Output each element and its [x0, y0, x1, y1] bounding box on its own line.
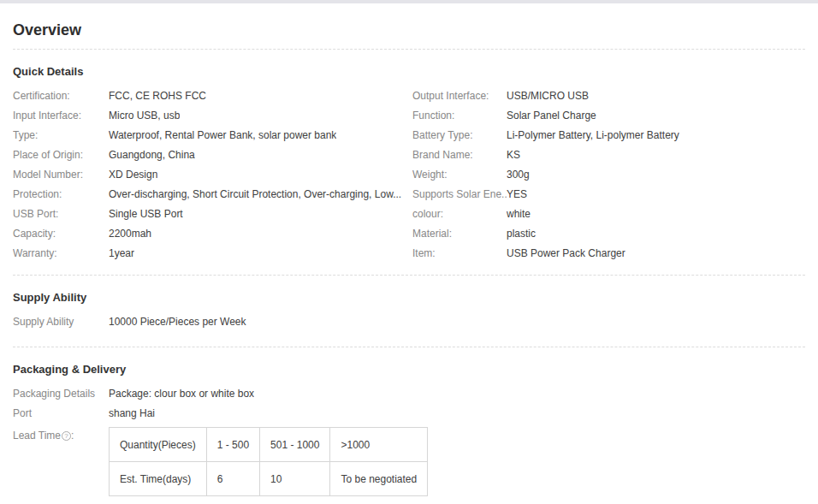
detail-label: Capacity:	[13, 228, 109, 240]
detail-row: Brand Name: KS	[412, 145, 805, 164]
detail-row: Type: Waterproof, Rental Power Bank, sol…	[13, 125, 409, 145]
quick-details-heading: Quick Details	[13, 65, 805, 79]
top-divider-strip	[0, 0, 818, 3]
supply-ability-heading: Supply Ability	[13, 291, 805, 305]
detail-label: Place of Origin:	[13, 149, 109, 161]
detail-value: 300g	[507, 169, 530, 181]
detail-value: plastic	[507, 228, 536, 240]
detail-row: Battery Type: Li-Polymer Battery, Li-pol…	[412, 125, 805, 145]
detail-label: Type:	[13, 129, 109, 141]
lead-time-row: Lead Time?: Quantity(Pieces) 1 - 500 501…	[13, 427, 805, 496]
detail-row: Place of Origin: Guangdong, China	[13, 145, 409, 164]
detail-row: Input Interface: Micro USB, usb	[13, 105, 409, 125]
detail-value: Guangdong, China	[109, 149, 195, 161]
detail-value: Package: clour box or white box	[109, 388, 254, 400]
detail-value: Solar Panel Charge	[507, 110, 596, 122]
table-cell: 1 - 500	[206, 428, 259, 462]
detail-label: Warranty:	[13, 247, 109, 259]
detail-label: colour:	[412, 208, 507, 220]
detail-row: Supply Ability 10000 Piece/Pieces per We…	[13, 311, 805, 331]
detail-value: Over-discharging, Short Circuit Protecti…	[109, 188, 401, 200]
product-overview-panel: Overview Quick Details Certification: FC…	[0, 20, 818, 504]
detail-label: Function:	[412, 110, 507, 122]
detail-label: Certification:	[13, 90, 109, 102]
detail-row: Packaging Details Package: clour box or …	[13, 383, 805, 403]
detail-label: Brand Name:	[412, 149, 507, 161]
detail-label: Supports Solar Ene...	[412, 188, 507, 200]
detail-row: Capacity: 2200mah	[13, 223, 409, 243]
quick-details-left-column: Certification: FCC, CE ROHS FCC Input In…	[13, 86, 409, 263]
detail-label: Item:	[412, 247, 507, 259]
table-cell: >1000	[330, 428, 428, 462]
table-cell: Est. Time(days)	[110, 462, 207, 496]
quick-details-grid: Certification: FCC, CE ROHS FCC Input In…	[13, 86, 805, 263]
detail-value: XD Design	[109, 169, 157, 181]
detail-value: Li-Polymer Battery, Li-polymer Battery	[507, 129, 679, 141]
help-icon[interactable]: ?	[62, 431, 71, 441]
detail-row: colour: white	[412, 204, 805, 223]
table-cell: Quantity(Pieces)	[110, 428, 207, 462]
detail-value: 2200mah	[109, 228, 151, 240]
detail-label: Model Number:	[13, 169, 109, 181]
detail-value: FCC, CE ROHS FCC	[109, 90, 206, 102]
lead-time-label: Lead Time?:	[13, 427, 109, 442]
detail-label: Protection:	[13, 188, 109, 200]
detail-row: Model Number: XD Design	[13, 164, 409, 184]
detail-label: Port	[13, 407, 109, 419]
quick-details-right-column: Output Interface: USB/MICRO USB Function…	[409, 86, 805, 263]
table-cell: 10	[260, 462, 330, 496]
lead-time-table-header-row: Quantity(Pieces) 1 - 500 501 - 1000 >100…	[110, 428, 428, 462]
section-divider	[13, 49, 805, 50]
bottom-spacer	[13, 496, 805, 504]
detail-label: Battery Type:	[412, 129, 507, 141]
lead-time-table: Quantity(Pieces) 1 - 500 501 - 1000 >100…	[109, 427, 428, 496]
detail-row: Item: USB Power Pack Charger	[412, 243, 805, 263]
detail-value: white	[507, 208, 531, 220]
detail-label: Input Interface:	[13, 110, 109, 122]
detail-row: Warranty: 1year	[13, 243, 409, 263]
detail-row: Function: Solar Panel Charge	[412, 105, 805, 125]
lead-time-colon: :	[71, 430, 74, 442]
detail-value: USB/MICRO USB	[507, 90, 589, 102]
supply-ability-rows: Supply Ability 10000 Piece/Pieces per We…	[13, 311, 805, 331]
detail-row: Port shang Hai	[13, 403, 805, 423]
detail-label: USB Port:	[13, 208, 109, 220]
detail-value: shang Hai	[109, 407, 155, 419]
detail-row: Material: plastic	[412, 223, 805, 243]
detail-value: YES	[507, 188, 527, 200]
table-cell: 6	[206, 462, 259, 496]
page-title: Overview	[13, 20, 805, 40]
detail-label: Supply Ability	[13, 316, 109, 328]
detail-value: 10000 Piece/Pieces per Week	[109, 316, 246, 328]
detail-row: Protection: Over-discharging, Short Circ…	[13, 184, 409, 204]
detail-label: Material:	[412, 228, 507, 240]
packaging-delivery-heading: Packaging & Delivery	[13, 363, 805, 377]
detail-value: Waterproof, Rental Power Bank, solar pow…	[109, 129, 336, 141]
section-divider	[13, 347, 805, 347]
section-divider	[13, 275, 805, 276]
detail-row: USB Port: Single USB Port	[13, 204, 409, 223]
lead-time-label-text: Lead Time	[13, 430, 61, 442]
detail-value: Single USB Port	[109, 208, 183, 220]
packaging-rows: Packaging Details Package: clour box or …	[13, 383, 805, 423]
detail-label: Packaging Details	[13, 388, 109, 400]
table-cell: 501 - 1000	[260, 428, 330, 462]
lead-time-table-value-row: Est. Time(days) 6 10 To be negotiated	[110, 462, 428, 496]
detail-label: Weight:	[412, 169, 507, 181]
detail-value: KS	[507, 149, 520, 161]
detail-value: USB Power Pack Charger	[507, 247, 625, 259]
table-cell: To be negotiated	[330, 462, 428, 496]
detail-row: Certification: FCC, CE ROHS FCC	[13, 86, 409, 105]
detail-row: Supports Solar Ene... YES	[412, 184, 805, 204]
detail-value: Micro USB, usb	[109, 110, 180, 122]
detail-label: Output Interface:	[412, 90, 507, 102]
detail-row: Output Interface: USB/MICRO USB	[412, 86, 805, 105]
detail-value: 1year	[109, 247, 134, 259]
detail-row: Weight: 300g	[412, 164, 805, 184]
